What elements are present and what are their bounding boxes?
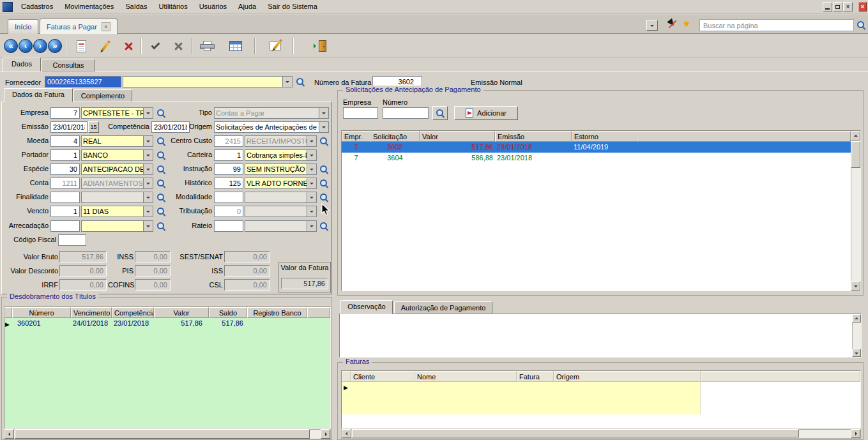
tab-observacao[interactable]: Observação bbox=[340, 300, 393, 314]
tipo-combo[interactable]: Contas a Pagar bbox=[214, 107, 329, 119]
moeda-code-input[interactable] bbox=[50, 135, 80, 147]
chevron-down-icon[interactable] bbox=[143, 136, 153, 146]
scroll-up-button[interactable] bbox=[851, 131, 860, 140]
scroll-left-button[interactable] bbox=[342, 429, 351, 438]
tab-autorizacao-pagamento[interactable]: Autorização de Pagamento bbox=[394, 301, 492, 314]
last-record-button[interactable]: » bbox=[48, 39, 62, 53]
tab-inicio[interactable]: Início bbox=[8, 19, 38, 34]
favorites-star-icon[interactable]: ★ bbox=[682, 18, 690, 29]
arrecadacao-code-input[interactable] bbox=[50, 220, 80, 232]
confirm-button[interactable] bbox=[144, 36, 166, 56]
origem-combo[interactable]: Solicitações de Antecipações de bbox=[214, 121, 329, 133]
modalidade-search-icon[interactable] bbox=[319, 193, 329, 202]
solicitacoes-vscrollbar[interactable] bbox=[851, 131, 860, 291]
centro-custo-code-input[interactable] bbox=[214, 135, 243, 147]
sol-empresa-input[interactable] bbox=[343, 107, 378, 119]
close-window-button[interactable]: × bbox=[858, 2, 867, 11]
menu-cadastros[interactable]: Cadastros bbox=[15, 0, 59, 14]
chevron-down-icon[interactable] bbox=[307, 178, 316, 188]
tab-consultas[interactable]: Consultas bbox=[42, 59, 95, 72]
close-child-button[interactable]: × bbox=[843, 2, 853, 11]
empresa-code-input[interactable] bbox=[50, 107, 80, 119]
finalidade-code-input[interactable] bbox=[50, 192, 80, 203]
insert-record-button[interactable] bbox=[70, 36, 92, 56]
scroll-thumb[interactable] bbox=[851, 141, 860, 168]
first-record-button[interactable]: « bbox=[4, 39, 18, 53]
modalidade-code-input[interactable] bbox=[214, 192, 243, 203]
desdobramento-row[interactable]: ▶ 360201 24/01/2018 23/01/2018 517,86 51… bbox=[4, 318, 330, 329]
chevron-down-icon[interactable] bbox=[143, 164, 153, 174]
vencto-code-input[interactable] bbox=[50, 206, 80, 217]
grid-view-button[interactable] bbox=[225, 36, 247, 56]
sol-numero-input[interactable] bbox=[383, 107, 429, 119]
solicitacao-row-selected[interactable]: 7 3602 517,86 23/01/2018 11/04/2019 bbox=[342, 142, 851, 153]
print-button[interactable] bbox=[197, 36, 218, 56]
adicionar-button[interactable]: Adicionar bbox=[454, 106, 518, 120]
tributacao-code-input[interactable] bbox=[214, 206, 243, 217]
empresa-combo[interactable]: CPNTESTETE - TRANSPORTE bbox=[81, 107, 153, 119]
scroll-right-button[interactable] bbox=[321, 429, 330, 439]
minimize-button[interactable] bbox=[823, 2, 832, 11]
especie-code-input[interactable] bbox=[50, 163, 80, 175]
tributacao-combo[interactable] bbox=[245, 206, 317, 217]
chevron-down-icon[interactable] bbox=[319, 122, 328, 132]
menu-usuarios[interactable]: Usuários bbox=[194, 0, 232, 14]
observacao-textarea[interactable] bbox=[339, 314, 862, 358]
delete-record-button[interactable] bbox=[118, 36, 139, 56]
fornecedor-code-input[interactable] bbox=[45, 76, 121, 87]
page-search-icon[interactable] bbox=[857, 20, 866, 30]
tab-complemento[interactable]: Complemento bbox=[73, 89, 132, 102]
codigo-fiscal-input[interactable] bbox=[58, 234, 86, 246]
centro-custo-combo[interactable]: RECEITA/IMPOSTOS bbox=[245, 135, 317, 147]
especie-combo[interactable]: ANTECIPACAO DE F bbox=[81, 163, 153, 175]
pointer-disabled-icon[interactable] bbox=[667, 19, 678, 31]
conta-code-input[interactable] bbox=[50, 178, 80, 189]
tab-faturas-a-pagar[interactable]: Faturas a Pagar × bbox=[40, 19, 118, 34]
chevron-down-icon[interactable] bbox=[143, 108, 153, 118]
scroll-down-button[interactable] bbox=[852, 349, 861, 357]
scroll-left-button[interactable] bbox=[4, 429, 14, 439]
scroll-up-button[interactable] bbox=[852, 314, 861, 322]
edit-record-button[interactable] bbox=[95, 36, 116, 56]
historico-search-icon[interactable] bbox=[319, 179, 329, 188]
page-search-input[interactable] bbox=[699, 19, 854, 31]
tab-dados-da-fatura[interactable]: Dados da Fatura bbox=[4, 88, 73, 102]
menu-ajuda[interactable]: Ajuda bbox=[232, 0, 262, 14]
cancel-button[interactable] bbox=[167, 36, 189, 56]
chevron-down-icon[interactable] bbox=[307, 150, 316, 160]
scroll-thumb[interactable] bbox=[15, 429, 310, 439]
annotate-button[interactable] bbox=[264, 36, 286, 56]
instrucao-combo[interactable]: SEM INSTRUÇÃO bbox=[245, 163, 317, 175]
modalidade-combo[interactable] bbox=[245, 192, 317, 203]
chevron-down-icon[interactable] bbox=[282, 77, 292, 87]
instrucao-code-input[interactable] bbox=[214, 163, 243, 175]
scroll-thumb[interactable] bbox=[352, 429, 799, 437]
chevron-down-icon[interactable] bbox=[143, 221, 153, 231]
sol-zoom-search-button[interactable] bbox=[432, 106, 448, 120]
faturas-hscrollbar[interactable] bbox=[341, 429, 861, 439]
carteira-code-input[interactable] bbox=[214, 149, 243, 161]
centro-custo-search-icon[interactable] bbox=[319, 137, 329, 146]
fornecedor-combo[interactable] bbox=[123, 76, 293, 87]
fornecedor-search-icon[interactable] bbox=[296, 77, 305, 87]
rateio-combo[interactable] bbox=[245, 220, 317, 232]
menu-utilitarios[interactable]: Utilitários bbox=[153, 0, 193, 14]
portador-combo[interactable]: BANCO bbox=[81, 149, 153, 161]
scroll-right-button[interactable] bbox=[851, 429, 860, 438]
exit-button[interactable] bbox=[308, 36, 330, 56]
moeda-combo[interactable]: REAL bbox=[81, 135, 153, 147]
emissao-input[interactable] bbox=[50, 121, 88, 133]
portador-code-input[interactable] bbox=[50, 149, 80, 161]
tab-list-dropdown-button[interactable] bbox=[646, 20, 658, 31]
conta-combo[interactable]: ADIANTAMENTOS A bbox=[81, 178, 153, 189]
next-record-button[interactable]: › bbox=[33, 39, 47, 53]
chevron-down-icon[interactable] bbox=[307, 164, 316, 174]
rateio-code-input[interactable] bbox=[214, 220, 243, 232]
chevron-down-icon[interactable] bbox=[143, 150, 153, 160]
observacao-vscrollbar[interactable] bbox=[852, 314, 861, 357]
chevron-down-icon[interactable] bbox=[143, 206, 153, 216]
solicitacao-row[interactable]: 7 3604 586,88 23/01/2018 bbox=[342, 153, 851, 163]
tab-close-icon[interactable]: × bbox=[102, 22, 110, 31]
prior-record-button[interactable]: ‹ bbox=[19, 39, 33, 53]
desdobramento-hscrollbar[interactable] bbox=[4, 429, 331, 439]
